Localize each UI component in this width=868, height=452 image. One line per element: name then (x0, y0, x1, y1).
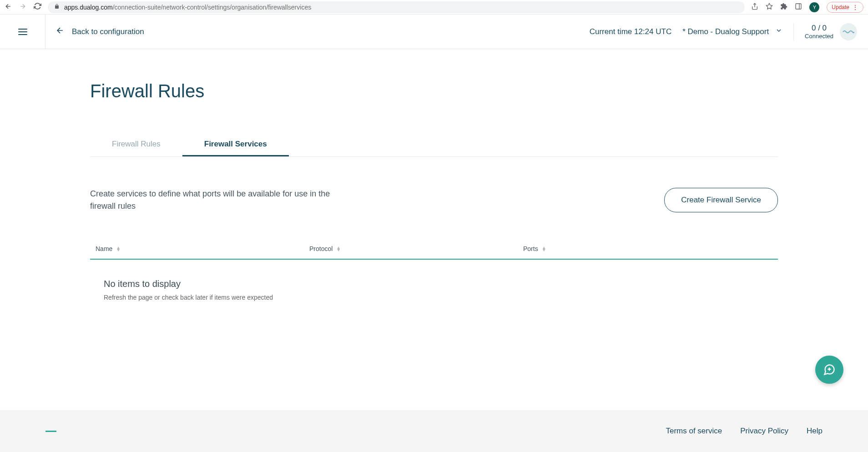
chevron-down-icon (775, 27, 782, 36)
footer: Terms of service Privacy Policy Help (0, 410, 868, 452)
main-content: Firewall Rules Firewall Rules Firewall S… (0, 49, 868, 320)
browser-chrome: apps.dualog.com/connection-suite/network… (0, 0, 868, 15)
sort-icon: ▲▼ (542, 246, 546, 251)
current-time: Current time 12:24 UTC (590, 27, 671, 36)
back-icon[interactable] (5, 3, 12, 12)
empty-title: No items to display (104, 279, 764, 289)
column-name[interactable]: Name ▲▼ (96, 245, 309, 252)
tab-firewall-rules[interactable]: Firewall Rules (90, 133, 182, 156)
page-title: Firewall Rules (90, 81, 778, 101)
share-icon[interactable] (751, 3, 758, 12)
services-table: Name ▲▼ Protocol ▲▼ Ports ▲▼ No items to… (90, 241, 778, 320)
section-description: Create services to define what ports wil… (90, 188, 354, 212)
avatar[interactable]: Y (809, 2, 819, 12)
help-link[interactable]: Help (807, 427, 823, 436)
sync-count: 0 / 0 (812, 24, 827, 33)
connected-label: Connected (805, 33, 833, 40)
svg-rect-1 (796, 4, 801, 9)
nav-icons (5, 2, 41, 12)
sort-icon: ▲▼ (116, 246, 121, 251)
arrow-left-icon (56, 26, 65, 37)
terms-link[interactable]: Terms of service (666, 427, 722, 436)
more-icon: ⋮ (852, 4, 858, 11)
tabs: Firewall Rules Firewall Services (90, 133, 778, 157)
star-icon[interactable] (766, 3, 773, 12)
app-header: Back to configuration Current time 12:24… (0, 15, 868, 49)
chat-fab[interactable] (815, 356, 843, 384)
create-firewall-service-button[interactable]: Create Firewall Service (664, 188, 778, 212)
menu-section (0, 15, 45, 49)
org-selector[interactable]: * Demo - Dualog Support (682, 27, 782, 36)
chrome-right: Y Update ⋮ (751, 2, 863, 13)
update-button[interactable]: Update ⋮ (827, 2, 863, 13)
connection-status: 0 / 0 Connected (793, 23, 868, 40)
forward-icon (19, 3, 26, 12)
table-header: Name ▲▼ Protocol ▲▼ Ports ▲▼ (90, 241, 778, 260)
section-row: Create services to define what ports wil… (90, 188, 778, 212)
reload-icon[interactable] (34, 2, 41, 12)
panel-icon[interactable] (795, 3, 802, 12)
extensions-icon[interactable] (780, 3, 787, 12)
footer-links: Terms of service Privacy Policy Help (666, 427, 823, 436)
url-text: apps.dualog.com/connection-suite/network… (64, 4, 311, 11)
wave-icon (840, 23, 857, 40)
footer-logo (45, 431, 56, 432)
sort-icon: ▲▼ (336, 246, 341, 251)
back-label: Back to configuration (72, 27, 144, 36)
hamburger-icon[interactable] (18, 29, 27, 35)
lock-icon (54, 4, 60, 10)
svg-marker-0 (767, 3, 772, 9)
column-ports[interactable]: Ports ▲▼ (523, 245, 772, 252)
url-bar[interactable]: apps.dualog.com/connection-suite/network… (48, 1, 745, 13)
header-right: Current time 12:24 UTC * Demo - Dualog S… (590, 23, 868, 40)
back-link[interactable]: Back to configuration (45, 26, 144, 37)
empty-state: No items to display Refresh the page or … (90, 260, 778, 320)
org-name: * Demo - Dualog Support (682, 27, 769, 36)
column-protocol[interactable]: Protocol ▲▼ (309, 245, 523, 252)
tab-firewall-services[interactable]: Firewall Services (182, 133, 289, 156)
empty-subtitle: Refresh the page or check back later if … (104, 294, 764, 301)
privacy-link[interactable]: Privacy Policy (740, 427, 788, 436)
